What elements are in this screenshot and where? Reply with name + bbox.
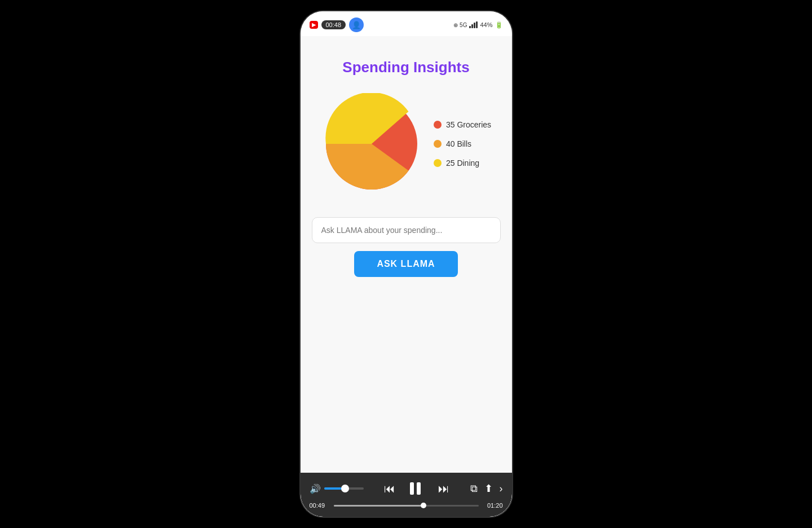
volume-fill <box>324 487 342 490</box>
status-right: ⊕ 5G 44% 🔋 <box>453 21 502 29</box>
signal-bars <box>469 21 478 28</box>
progress-bar[interactable] <box>334 505 479 507</box>
dining-dot <box>434 159 442 167</box>
legend-bills: 40 Bills <box>434 139 491 148</box>
progress-row: 00:49 01:20 <box>310 502 503 509</box>
status-left: ▶ 00:48 👤 <box>310 17 364 32</box>
app-content: Spending Insights <box>301 36 512 517</box>
signal-bar-3 <box>474 23 475 28</box>
signal-bar-4 <box>476 21 478 28</box>
more-button[interactable]: › <box>500 483 503 495</box>
progress-knob <box>421 503 426 508</box>
rewind-button[interactable]: ⏮ <box>384 482 395 495</box>
video-controls-overlay: 🔊 ⏮ ⏭ ⧉ ⬆ <box>301 473 512 517</box>
chart-legend: 35 Groceries 40 Bills 25 Dining <box>434 120 491 168</box>
avatar-icon: 👤 <box>352 21 361 29</box>
chart-section: 35 Groceries 40 Bills 25 Dining <box>312 93 501 195</box>
groceries-label: 35 Groceries <box>446 120 491 129</box>
progress-fill <box>334 505 423 507</box>
page-title: Spending Insights <box>342 59 469 76</box>
pause-icon <box>410 482 423 495</box>
pause-bar-1 <box>410 482 414 495</box>
battery-level: 44% <box>480 21 492 28</box>
dining-label: 25 Dining <box>446 159 479 168</box>
phone-frame: ▶ 00:48 👤 ⊕ 5G 44% 🔋 Spending Insights <box>301 11 512 517</box>
pause-bar-2 <box>417 482 421 495</box>
share-button[interactable]: ⬆ <box>484 482 493 495</box>
legend-groceries: 35 Groceries <box>434 120 491 129</box>
pip-button[interactable]: ⧉ <box>470 483 478 495</box>
signal-bar-1 <box>469 26 471 28</box>
bills-dot <box>434 140 442 148</box>
pie-chart <box>321 93 422 195</box>
bills-label: 40 Bills <box>446 139 471 148</box>
status-bar: ▶ 00:48 👤 ⊕ 5G 44% 🔋 <box>301 11 512 36</box>
volume-section: 🔊 <box>310 483 364 494</box>
pause-button[interactable] <box>407 478 427 499</box>
battery-icon: 🔋 <box>495 21 503 29</box>
volume-knob <box>341 485 349 492</box>
controls-row: 🔊 ⏮ ⏭ ⧉ ⬆ <box>310 478 503 499</box>
total-time: 01:20 <box>483 502 503 509</box>
current-time: 00:49 <box>310 502 329 509</box>
fastforward-button[interactable]: ⏭ <box>438 482 449 495</box>
playback-controls: ⏮ ⏭ <box>384 478 449 499</box>
groceries-dot <box>434 121 442 129</box>
extra-controls: ⧉ ⬆ › <box>470 482 503 495</box>
signal-bar-2 <box>471 24 473 28</box>
recording-time: 00:48 <box>321 20 346 29</box>
volume-bar[interactable] <box>324 487 364 490</box>
volume-icon: 🔊 <box>310 483 321 494</box>
ask-llama-button[interactable]: ASK LLAMA <box>354 251 457 277</box>
youtube-badge: ▶ <box>310 21 318 29</box>
ask-llama-input[interactable] <box>312 217 501 243</box>
legend-dining: 25 Dining <box>434 159 491 168</box>
network-icons: ⊕ 5G <box>453 22 467 28</box>
user-avatar: 👤 <box>349 17 364 32</box>
